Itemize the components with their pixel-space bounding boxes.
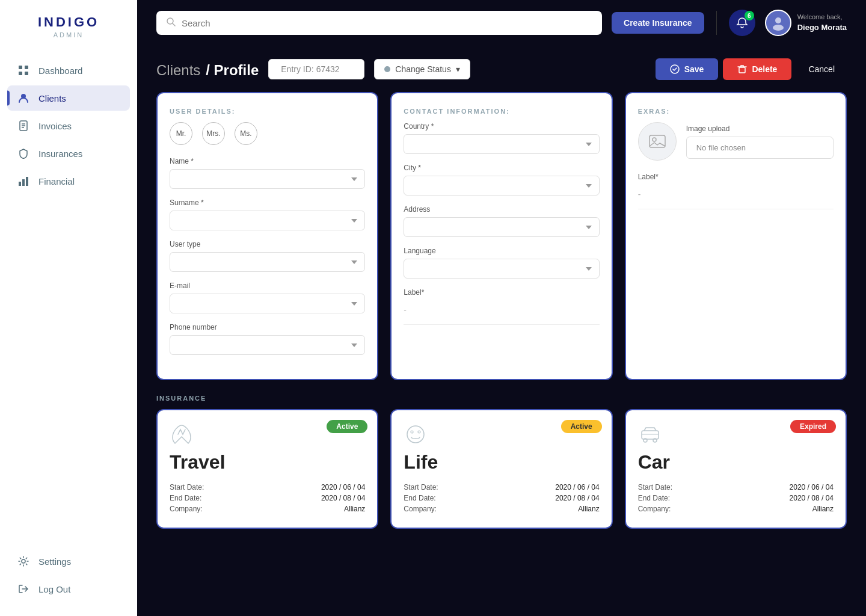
sidebar-item-dashboard[interactable]: Dashboard — [7, 58, 130, 83]
svg-point-20 — [653, 138, 656, 141]
company-value: Allianz — [344, 505, 365, 513]
sidebar-item-insurances[interactable]: Insurances — [7, 141, 130, 166]
svg-rect-18 — [739, 67, 745, 73]
logo-sub: ADMIN — [12, 31, 125, 38]
name-label: Name * — [170, 157, 365, 165]
extras-section-label: EXRAS: — [638, 108, 834, 115]
title-mr-button[interactable]: Mr. — [170, 122, 192, 145]
phone-select[interactable] — [170, 335, 365, 355]
logout-icon — [17, 582, 30, 596]
chevron-down-icon: ▾ — [456, 64, 460, 74]
car-title: Car — [638, 451, 834, 473]
language-group: Language — [404, 247, 599, 279]
create-insurance-button[interactable]: Create Insurance — [612, 12, 704, 34]
clients-icon — [17, 91, 30, 105]
user-details-card: USER DETAILS: Mr. Mrs. Ms. Name * Surnam… — [156, 92, 378, 380]
page-title: Clients / Profile — [156, 58, 259, 80]
bell-button[interactable]: 6 — [729, 10, 755, 36]
sidebar-item-label: Log Out — [38, 584, 70, 594]
title-ms-button[interactable]: Ms. — [235, 122, 257, 145]
svg-point-21 — [407, 426, 424, 443]
sidebar-item-clients[interactable]: Clients — [7, 85, 130, 111]
city-group: City * — [404, 164, 599, 196]
avatar — [765, 10, 791, 36]
cards-row: USER DETAILS: Mr. Mrs. Ms. Name * Surnam… — [156, 92, 847, 380]
sidebar-item-label: Dashboard — [38, 66, 82, 76]
title-mrs-button[interactable]: Mrs. — [202, 122, 225, 145]
page-header: Clients / Profile Entry ID: 67432 Change… — [156, 58, 847, 80]
country-select[interactable] — [404, 134, 599, 154]
search-icon — [166, 17, 176, 29]
sidebar-item-label: Invoices — [38, 121, 72, 131]
status-dot — [384, 66, 390, 72]
end-date-label: End Date: — [170, 494, 201, 502]
user-details-section-label: USER DETAILS: — [170, 108, 365, 115]
city-select[interactable] — [404, 176, 599, 196]
email-group: E-mail — [170, 282, 365, 313]
image-upload-label: Image upload — [686, 125, 834, 133]
financial-icon — [17, 174, 30, 188]
start-date-label: Start Date: — [170, 483, 204, 491]
svg-rect-3 — [25, 72, 28, 75]
invoices-icon — [17, 119, 30, 132]
main-content: Create Insurance 6 Welcome back, Diego M… — [137, 0, 866, 616]
company-value: Allianz — [578, 505, 599, 513]
car-start-date-row: Start Date: 2020 / 06 / 04 — [638, 483, 834, 491]
sidebar-item-invoices[interactable]: Invoices — [7, 113, 130, 138]
extras-label-value: - — [638, 185, 834, 204]
insurance-section-label: INSURANCE — [156, 395, 847, 402]
svg-rect-10 — [22, 179, 25, 186]
svg-rect-9 — [19, 182, 21, 186]
start-date-value: 2020 / 06 / 04 — [790, 483, 834, 491]
surname-label: Surname * — [170, 199, 365, 207]
extras-card: EXRAS: Image upload No file chosen Label… — [625, 92, 847, 380]
life-end-date-row: End Date: 2020 / 08 / 04 — [404, 494, 599, 502]
address-select[interactable] — [404, 217, 599, 237]
sidebar: INDIGO ADMIN Dashboard Clients Invoices — [0, 0, 137, 616]
language-select[interactable] — [404, 259, 599, 279]
travel-icon — [170, 422, 194, 446]
life-title: Life — [404, 451, 599, 473]
sidebar-item-label: Settings — [38, 556, 71, 567]
change-status-button[interactable]: Change Status ▾ — [374, 59, 470, 79]
svg-rect-19 — [650, 135, 665, 147]
sidebar-item-financial[interactable]: Financial — [7, 168, 130, 194]
company-label: Company: — [170, 505, 203, 513]
delete-button[interactable]: Delete — [723, 58, 791, 80]
image-placeholder — [638, 122, 677, 161]
svg-rect-0 — [19, 66, 22, 69]
contact-label-value: - — [404, 300, 599, 319]
save-button[interactable]: Save — [656, 58, 719, 80]
cancel-button[interactable]: Cancel — [796, 58, 847, 80]
svg-rect-2 — [19, 72, 22, 75]
svg-point-23 — [418, 431, 420, 433]
sidebar-logo: INDIGO ADMIN — [0, 14, 137, 38]
life-start-date-row: Start Date: 2020 / 06 / 04 — [404, 483, 599, 491]
sidebar-item-label: Financial — [38, 176, 75, 186]
company-label: Company: — [404, 505, 437, 513]
sidebar-item-settings[interactable]: Settings — [7, 549, 130, 574]
contact-info-card: CONTACT INFORMATION: Country * City * Ad… — [390, 92, 612, 380]
sidebar-item-logout[interactable]: Log Out — [7, 576, 130, 602]
contact-label-label: Label* — [404, 288, 599, 297]
end-date-label: End Date: — [638, 494, 670, 502]
insurance-card-car: Expired Car Start Date: 2020 / 06 / 04 E… — [625, 409, 847, 529]
life-company-row: Company: Allianz — [404, 505, 599, 513]
sidebar-bottom: Settings Log Out — [0, 549, 137, 602]
country-group: Country * — [404, 122, 599, 154]
user-type-label: User type — [170, 240, 365, 248]
svg-line-14 — [173, 23, 175, 26]
surname-select[interactable] — [170, 211, 365, 230]
email-label: E-mail — [170, 282, 365, 290]
insurance-cards-row: Active Travel Start Date: 2020 / 06 / 04… — [156, 409, 847, 529]
phone-group: Phone number — [170, 323, 365, 355]
status-badge-car: Expired — [790, 420, 836, 433]
email-select[interactable] — [170, 294, 365, 313]
car-end-date-row: End Date: 2020 / 08 / 04 — [638, 494, 834, 502]
search-input[interactable] — [182, 18, 592, 28]
name-select[interactable] — [170, 169, 365, 189]
user-type-group: User type — [170, 240, 365, 272]
name-group: Name * — [170, 157, 365, 189]
user-type-select[interactable] — [170, 252, 365, 272]
logo-title: INDIGO — [12, 14, 125, 30]
